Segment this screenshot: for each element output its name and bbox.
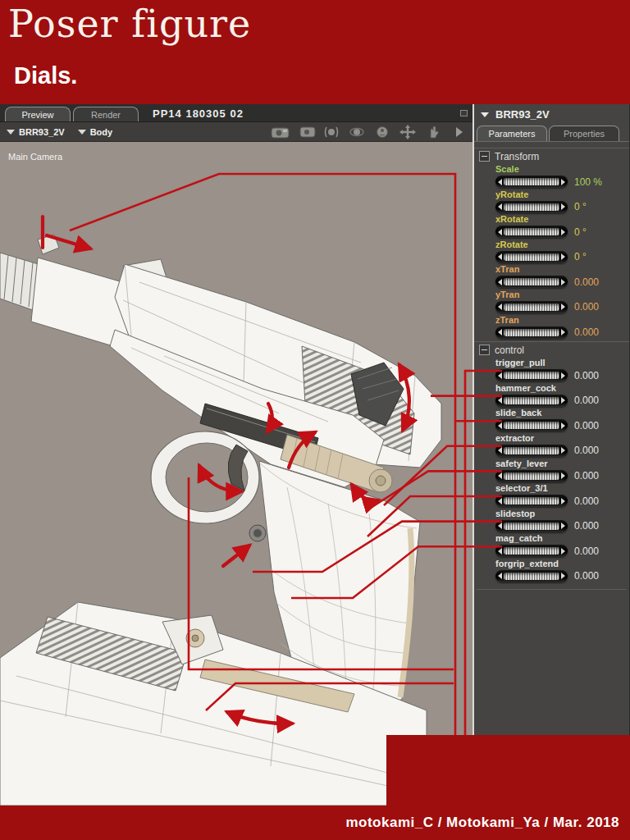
- trackball-icon[interactable]: [321, 125, 342, 139]
- dial-row-yTran: yTran0.000: [474, 290, 629, 315]
- dial-arrow-right-icon: [561, 304, 565, 310]
- dial-value[interactable]: 0.000: [574, 276, 599, 288]
- tab-properties[interactable]: Properties: [549, 126, 619, 141]
- chevron-down-icon: [78, 130, 86, 135]
- dial-row-xTran: xTran0.000: [474, 264, 629, 290]
- dial-label: safety_lever: [495, 459, 629, 469]
- dial-arrow-left-icon: [498, 523, 502, 529]
- dial-safety_lever[interactable]: [495, 470, 568, 482]
- dial-zTran[interactable]: [495, 326, 568, 339]
- dial-value[interactable]: 0 °: [574, 226, 587, 238]
- scroll-arrow-icon[interactable]: [448, 125, 469, 139]
- figure-dropdown[interactable]: BRR93_2V: [7, 127, 65, 137]
- dial-label: xRotate: [495, 214, 629, 225]
- group-name: control: [495, 345, 524, 356]
- dial-arrow-right-icon: [561, 573, 565, 579]
- dial-value[interactable]: 0.000: [574, 445, 599, 456]
- page-subtitle: Dials.: [14, 62, 77, 89]
- dial-arrow-right-icon: [561, 447, 565, 454]
- dial-arrow-left-icon: [498, 304, 502, 310]
- hand-tool-icon[interactable]: [422, 125, 444, 139]
- dial-knurl: [504, 397, 559, 404]
- dial-value[interactable]: 0.000: [574, 301, 599, 313]
- dial-value[interactable]: 0.000: [574, 546, 599, 557]
- actor-dropdown-label: Body: [90, 127, 113, 137]
- camera-select-icon[interactable]: [295, 125, 317, 139]
- group-header-control: control: [474, 341, 629, 358]
- dial-knurl: [504, 573, 559, 580]
- dial-arrow-left-icon: [498, 422, 502, 429]
- selector-toolbar: BRR93_2V Body: [0, 122, 472, 142]
- dial-arrow-left-icon: [498, 229, 502, 235]
- dial-arrow-right-icon: [561, 523, 565, 529]
- face-camera-icon[interactable]: [372, 125, 393, 139]
- dial-value[interactable]: 0 °: [574, 251, 587, 262]
- tab-parameters-label: Parameters: [489, 129, 536, 139]
- dial-knurl: [504, 228, 559, 235]
- rotate-view-icon[interactable]: [346, 125, 368, 139]
- collapse-toggle-icon[interactable]: [479, 345, 490, 355]
- dial-forgrip_extend[interactable]: [495, 570, 568, 582]
- tab-parameters[interactable]: Parameters: [477, 126, 547, 141]
- dial-value[interactable]: 100 %: [574, 176, 602, 188]
- dial-label: hammer_cock: [495, 383, 629, 394]
- tab-render[interactable]: Render: [73, 107, 139, 121]
- dial-trigger_pull[interactable]: [495, 369, 568, 381]
- dial-value[interactable]: 0.000: [574, 470, 599, 482]
- dial-value[interactable]: 0.000: [574, 420, 599, 431]
- figure-dropdown-label: BRR93_2V: [19, 127, 65, 137]
- dial-selector_3/1[interactable]: [495, 495, 568, 507]
- move-view-icon[interactable]: [397, 125, 418, 139]
- dial-row-safety_lever: safety_lever0.000: [474, 459, 629, 484]
- dial-yTran[interactable]: [495, 301, 568, 313]
- dial-groups: TransformScale100 %yRotate0 °xRotate0 °z…: [474, 142, 629, 590]
- dial-xTran[interactable]: [495, 276, 568, 288]
- dial-row-mag_catch: mag_catch0.000: [474, 533, 629, 559]
- dial-value[interactable]: 0.000: [574, 370, 599, 381]
- dial-value[interactable]: 0.000: [574, 326, 599, 338]
- dial-mag_catch[interactable]: [495, 545, 568, 557]
- dial-value[interactable]: 0.000: [574, 495, 599, 507]
- dial-row-forgrip_extend: forgrip_extend0.000: [474, 559, 629, 584]
- dial-extractor[interactable]: [495, 445, 568, 457]
- dial-arrow-left-icon: [498, 279, 502, 285]
- group-header-Transform: Transform: [474, 148, 629, 164]
- dial-knurl: [504, 372, 559, 379]
- dial-hammer_cock[interactable]: [495, 395, 568, 407]
- dial-knurl: [504, 472, 559, 480]
- credit-text: motokami_C / Motokami_Ya / Mar. 2018: [345, 815, 619, 831]
- collapse-toggle-icon[interactable]: [479, 151, 490, 162]
- dial-label: slide_back: [495, 408, 629, 418]
- tab-preview-label: Preview: [21, 110, 53, 120]
- dial-label: mag_catch: [495, 533, 629, 544]
- dial-arrow-left-icon: [498, 179, 502, 185]
- dial-Scale[interactable]: [495, 176, 568, 188]
- dial-yRotate[interactable]: [495, 201, 568, 213]
- tab-preview[interactable]: Preview: [5, 107, 71, 121]
- camera-flyaround-icon[interactable]: [270, 125, 291, 139]
- dial-knurl: [504, 278, 559, 285]
- dial-zRotate[interactable]: [495, 251, 568, 263]
- dial-slidestop[interactable]: [495, 520, 568, 532]
- panel-figure-header[interactable]: BRR93_2V: [474, 104, 629, 125]
- dial-slide_back[interactable]: [495, 419, 568, 431]
- dial-row-extractor: extractor0.000: [474, 433, 629, 459]
- actor-dropdown[interactable]: Body: [78, 127, 113, 137]
- dial-knurl: [504, 253, 559, 261]
- panel-divider[interactable]: [472, 104, 474, 806]
- dial-value[interactable]: 0.000: [574, 395, 599, 406]
- dial-knurl: [504, 422, 559, 429]
- camera-name-label: Main Camera: [8, 152, 62, 162]
- dial-value[interactable]: 0 °: [574, 201, 587, 212]
- dial-value[interactable]: 0.000: [574, 570, 599, 582]
- dial-xRotate[interactable]: [495, 226, 568, 238]
- dial-arrow-right-icon: [561, 372, 565, 379]
- dial-value[interactable]: 0.000: [574, 520, 599, 532]
- group-name: Transform: [495, 151, 539, 162]
- dial-label: trigger_pull: [495, 358, 629, 368]
- dial-arrow-left-icon: [498, 548, 502, 555]
- page: Poser figure Dials. Preview Render PP14 …: [0, 0, 630, 840]
- preview-viewport[interactable]: Main Camera: [0, 143, 472, 806]
- dial-arrow-left-icon: [498, 472, 502, 479]
- dock-window-icon[interactable]: [460, 110, 468, 116]
